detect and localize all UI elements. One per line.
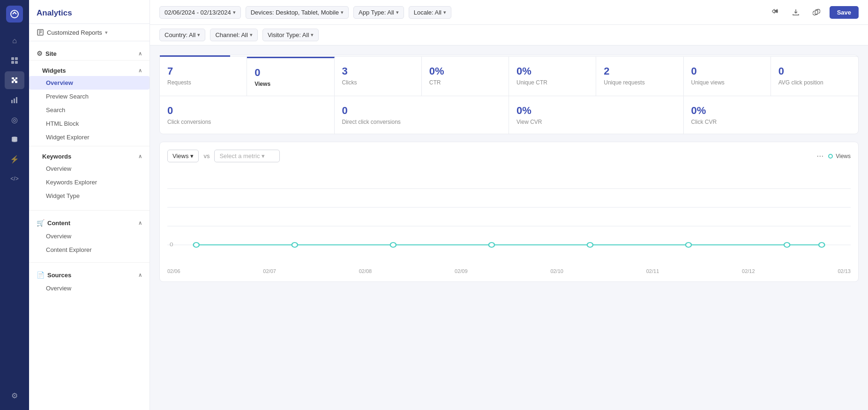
site-icon: ⚙ — [37, 50, 43, 57]
nav-item-keywords-explorer[interactable]: Keywords Explorer — [29, 175, 150, 189]
click-cvr-label: Click CVR — [691, 119, 851, 125]
locale-filter[interactable]: Locale: All ▾ — [409, 6, 451, 19]
avg-click-position-label: AVG click position — [778, 79, 851, 86]
svg-point-19 — [292, 243, 298, 247]
nav-item-html-block[interactable]: HTML Block — [29, 117, 150, 130]
content-area: 7 Requests 0 Views 3 Clicks 0% CTR 0% — [150, 46, 868, 410]
metric-clicks[interactable]: 3 Clicks — [335, 57, 422, 96]
chart-more-options[interactable]: ··· — [816, 151, 823, 161]
site-chevron-icon: ∧ — [138, 51, 142, 57]
date-label-0212: 02/12 — [742, 268, 755, 274]
content-section-header[interactable]: 🛒 Content ∧ — [29, 216, 150, 229]
metric-unique-ctr[interactable]: 0% Unique CTR — [509, 57, 596, 96]
direct-click-conversions-value: 0 — [342, 105, 501, 117]
view-cvr-label: View CVR — [516, 119, 676, 125]
click-cvr-value: 0% — [691, 105, 851, 117]
sub-filter-bar: Country: All ▾ Channel: All ▾ Visitor Ty… — [150, 25, 868, 46]
date-range-value: 02/06/2024 - 02/13/2024 — [165, 9, 231, 16]
nav-item-overview[interactable]: Overview — [29, 76, 150, 90]
puzzle-icon[interactable] — [5, 71, 24, 89]
secondary-metric-chevron-icon: ▾ — [262, 152, 265, 159]
visitor-type-filter[interactable]: Visitor Type: All ▾ — [262, 29, 319, 41]
sources-section: 📄 Sources ∧ Overview — [29, 262, 150, 301]
widgets-sub-header[interactable]: Widgets ∧ — [29, 65, 150, 76]
svg-rect-5 — [11, 100, 13, 103]
devices-filter[interactable]: Devices: Desktop, Tablet, Mobile ▾ — [246, 6, 349, 19]
date-range-filter[interactable]: 02/06/2024 - 02/13/2024 ▾ — [159, 6, 241, 19]
customized-reports-button[interactable]: Customized Reports ▾ — [47, 29, 142, 36]
globe-icon[interactable]: ◎ — [5, 111, 24, 129]
metric-click-cvr[interactable]: 0% Click CVR — [684, 96, 859, 134]
nav-item-search[interactable]: Search — [29, 103, 150, 117]
date-label-0211: 02/11 — [646, 268, 659, 274]
country-filter[interactable]: Country: All ▾ — [159, 29, 205, 41]
nav-item-kw-overview[interactable]: Overview — [29, 162, 150, 175]
save-button[interactable]: Save — [830, 6, 859, 19]
channel-filter[interactable]: Channel: All ▾ — [210, 29, 257, 41]
chart-controls: Views ▾ vs Select a metric ▾ ··· Views — [167, 150, 851, 162]
link-icon[interactable] — [809, 5, 824, 20]
metrics-panel: 7 Requests 0 Views 3 Clicks 0% CTR 0% — [159, 55, 859, 134]
nav-item-widget-type[interactable]: Widget Type — [29, 189, 150, 203]
unique-requests-value: 2 — [604, 65, 675, 77]
view-cvr-value: 0% — [516, 105, 676, 117]
metric-view-cvr[interactable]: 0% View CVR — [509, 96, 684, 134]
bolt-icon[interactable]: ⚡ — [5, 150, 24, 168]
nav-item-content-overview[interactable]: Overview — [29, 229, 150, 243]
svg-rect-2 — [15, 57, 18, 60]
ctr-value: 0% — [429, 65, 501, 77]
metric-views[interactable]: 0 Views — [247, 57, 334, 96]
channel-value: Channel: All — [215, 31, 247, 38]
widgets-label: Widgets — [42, 67, 66, 74]
unique-views-label: Unique views — [691, 79, 763, 86]
metric-direct-click-conversions[interactable]: 0 Direct click conversions — [335, 96, 509, 134]
database-icon[interactable] — [5, 130, 24, 148]
svg-rect-7 — [16, 97, 17, 103]
sources-chevron-icon: ∧ — [138, 272, 142, 278]
grid-icon[interactable] — [5, 52, 24, 69]
chart-bar-icon[interactable] — [5, 91, 24, 109]
metric-avg-click-position[interactable]: 0 AVG click position — [771, 57, 858, 96]
clicks-value: 3 — [342, 65, 414, 77]
unique-views-value: 0 — [691, 65, 763, 77]
nav-item-content-explorer[interactable]: Content Explorer — [29, 243, 150, 257]
keywords-sub-header[interactable]: Keywords ∧ — [29, 151, 150, 162]
app-type-filter[interactable]: App Type: All ▾ — [353, 6, 404, 19]
svg-point-23 — [686, 243, 691, 247]
sources-icon: 📄 — [37, 271, 45, 279]
svg-point-20 — [390, 243, 396, 247]
nav-item-sources-overview[interactable]: Overview — [29, 281, 150, 295]
visitor-type-value: Visitor Type: All — [268, 31, 309, 38]
metric-click-conversions[interactable]: 0 Click conversions — [160, 96, 335, 134]
date-label-0210: 02/10 — [550, 268, 563, 274]
country-chevron-icon: ▾ — [197, 32, 200, 38]
metric-ctr[interactable]: 0% CTR — [422, 57, 509, 96]
nav-item-widget-explorer[interactable]: Widget Explorer — [29, 130, 150, 144]
app-logo[interactable] — [6, 6, 23, 23]
sources-section-header[interactable]: 📄 Sources ∧ — [29, 268, 150, 281]
code-icon[interactable]: </> — [5, 170, 24, 188]
toolbar: 02/06/2024 - 02/13/2024 ▾ Devices: Deskt… — [150, 0, 868, 25]
home-icon[interactable]: ⌂ — [5, 32, 24, 50]
locale-value: Locale: All — [414, 9, 441, 16]
settings-icon[interactable]: ⚙ — [5, 387, 24, 404]
legend-label-views: Views — [836, 153, 851, 159]
nav-item-preview-search[interactable]: Preview Search — [29, 90, 150, 103]
date-label-0207: 02/07 — [263, 268, 276, 274]
views-label: Views — [254, 81, 326, 87]
primary-metric-select[interactable]: Views ▾ — [167, 150, 199, 162]
metrics-row-2: 0 Click conversions 0 Direct click conve… — [160, 96, 858, 134]
metric-unique-requests[interactable]: 2 Unique requests — [596, 57, 683, 96]
metric-unique-views[interactable]: 0 Unique views — [684, 57, 771, 96]
content-section: 🛒 Content ∧ Overview Content Explorer — [29, 210, 150, 262]
chart-svg: 0 — [167, 170, 851, 264]
metric-requests[interactable]: 7 Requests — [160, 57, 247, 96]
share-icon[interactable] — [768, 5, 783, 20]
date-range-chevron-icon: ▾ — [233, 9, 236, 15]
content-chevron-icon: ∧ — [138, 220, 142, 226]
download-icon[interactable] — [788, 5, 803, 20]
secondary-metric-select[interactable]: Select a metric ▾ — [214, 150, 280, 162]
unique-requests-label: Unique requests — [604, 79, 675, 86]
country-value: Country: All — [165, 31, 195, 38]
site-section-header[interactable]: ⚙ Site ∧ — [29, 47, 150, 60]
